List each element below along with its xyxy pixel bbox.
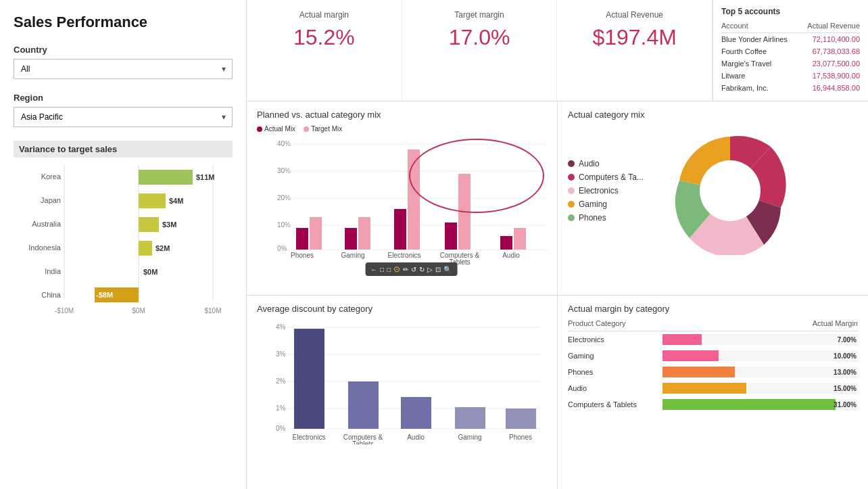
margin-category: Audio xyxy=(568,380,662,396)
svg-rect-62 xyxy=(348,381,379,429)
account-name: Fourth Coffee xyxy=(721,45,798,57)
svg-text:0%: 0% xyxy=(276,425,286,432)
legend-electronics-dot xyxy=(568,187,575,194)
margin-category: Electronics xyxy=(568,331,662,348)
variance-title: Variance to target sales xyxy=(14,141,233,158)
legend-target-mix: Target Mix xyxy=(304,125,342,133)
svg-rect-47 xyxy=(514,228,526,250)
svg-text:Japan: Japan xyxy=(41,196,61,204)
region-select[interactable]: Asia Pacific xyxy=(14,107,233,127)
svg-point-49 xyxy=(700,160,761,221)
svg-text:Tablets: Tablets xyxy=(352,440,374,444)
toolbar-square1[interactable]: □ xyxy=(380,266,384,273)
account-row: Margie's Travel23,077,500.00 xyxy=(721,57,860,70)
actual-revenue-value: $197.4M xyxy=(571,25,698,50)
toolbar-pen[interactable]: ✏ xyxy=(403,266,408,273)
svg-text:$0M: $0M xyxy=(143,268,158,276)
margin-bar-cell: 31.00% xyxy=(662,396,858,413)
main-content: Actual margin 15.2% Target margin 17.0% … xyxy=(247,0,868,489)
svg-rect-43 xyxy=(458,174,471,250)
legend-audio-dot xyxy=(568,160,575,167)
country-select[interactable]: All xyxy=(14,59,233,79)
svg-rect-7 xyxy=(139,193,166,208)
svg-text:$10M: $10M xyxy=(204,307,221,315)
margin-category: Gaming xyxy=(568,348,662,364)
svg-text:Gaming: Gaming xyxy=(458,434,481,441)
legend-phones-dot xyxy=(568,214,575,221)
account-row: Fourth Coffee67,738,033.68 xyxy=(721,45,860,57)
toolbar-back[interactable]: ← xyxy=(370,266,377,273)
margin-row: Electronics 7.00% xyxy=(568,331,858,348)
account-revenue: 23,077,500.00 xyxy=(798,57,860,70)
country-filter[interactable]: All xyxy=(14,59,233,79)
legend-actual-label: Actual Mix xyxy=(264,125,295,133)
svg-text:Audio: Audio xyxy=(502,252,520,259)
svg-text:-$8M: -$8M xyxy=(96,291,113,299)
donut-legend: Audio Computers & Ta... Electronics xyxy=(568,159,649,223)
margin-category: Phones xyxy=(568,364,662,380)
svg-text:$2M: $2M xyxy=(155,244,170,252)
margin-bar-cell: 7.00% xyxy=(662,331,858,348)
legend-target-label: Target Mix xyxy=(311,125,342,133)
donut-chart xyxy=(662,126,798,255)
svg-rect-10 xyxy=(139,217,159,232)
region-filter-label: Region xyxy=(14,93,233,103)
toolbar-grid[interactable]: ⊡ xyxy=(435,266,441,273)
accounts-table: Account Actual Revenue Blue Yonder Airli… xyxy=(721,22,860,94)
legend-gaming: Gaming xyxy=(568,200,649,209)
avg-discount-panel: Average discount by category 4% 3% 2% 1%… xyxy=(247,296,557,489)
legend-computers-label: Computers & Ta... xyxy=(579,172,644,182)
region-filter[interactable]: Asia Pacific xyxy=(14,107,233,127)
legend-gaming-label: Gaming xyxy=(579,200,607,209)
toolbar-square2[interactable]: □ xyxy=(387,266,391,273)
svg-rect-34 xyxy=(310,217,322,250)
toolbar-circle[interactable]: ⊙ xyxy=(393,264,400,274)
sidebar: Sales Performance Country All Region Asi… xyxy=(0,0,247,489)
account-row: Fabrikam, Inc.16,944,858.00 xyxy=(721,82,860,94)
account-name: Blue Yonder Airlines xyxy=(721,33,798,46)
legend-actual-mix: Actual Mix xyxy=(257,125,295,133)
avg-discount-title: Average discount by category xyxy=(257,304,547,314)
charts-area: Planned vs. actual category mix Actual M… xyxy=(247,101,868,489)
svg-text:2%: 2% xyxy=(276,377,286,385)
toolbar-redo[interactable]: ↻ xyxy=(419,266,425,273)
account-name: Litware xyxy=(721,70,798,82)
planned-actual-legend: Actual Mix Target Mix xyxy=(257,125,547,133)
legend-audio-label: Audio xyxy=(579,159,600,168)
svg-text:Audio: Audio xyxy=(407,434,425,441)
planned-actual-chart: 40% 30% 20% 10% 0% Phones xyxy=(257,136,548,264)
legend-audio: Audio xyxy=(568,159,649,168)
svg-text:1%: 1% xyxy=(276,404,286,412)
target-margin-label: Target margin xyxy=(416,10,544,20)
actual-margin-label: Actual margin xyxy=(260,10,388,20)
actual-mix-panel: Actual category mix Audio Computers & Ta… xyxy=(558,101,868,295)
svg-text:Phones: Phones xyxy=(509,434,532,441)
margin-row: Gaming 10.00% xyxy=(568,348,858,364)
toolbar-undo[interactable]: ↺ xyxy=(411,266,416,273)
legend-target-dot xyxy=(304,126,309,132)
margin-bar-cell: 13.00% xyxy=(662,364,858,380)
legend-electronics-label: Electronics xyxy=(579,186,619,195)
legend-computers-dot xyxy=(568,174,575,181)
svg-rect-46 xyxy=(500,236,512,250)
toolbar[interactable]: ← □ □ ⊙ ✏ ↺ ↻ ▷ ⊡ 🔍 xyxy=(365,262,457,276)
svg-rect-40 xyxy=(408,149,420,250)
target-margin-value: 17.0% xyxy=(416,25,544,50)
svg-text:India: India xyxy=(45,267,62,275)
actual-margin-kpi: Actual margin 15.2% xyxy=(247,0,402,101)
margin-bar-cell: 10.00% xyxy=(662,348,858,364)
target-margin-kpi: Target margin 17.0% xyxy=(402,0,558,101)
toolbar-play[interactable]: ▷ xyxy=(427,266,433,273)
page-title: Sales Performance xyxy=(14,14,233,31)
top-accounts-title: Top 5 accounts xyxy=(721,7,860,16)
margin-row: Computers & Tablets 31.00% xyxy=(568,396,858,413)
svg-text:Electronics: Electronics xyxy=(293,434,326,441)
avg-discount-chart: 4% 3% 2% 1% 0% Electronics xyxy=(257,319,541,444)
margin-bar-cell: 15.00% xyxy=(662,380,858,396)
top-accounts-panel: Top 5 accounts Account Actual Revenue Bl… xyxy=(713,0,868,101)
svg-rect-13 xyxy=(139,241,152,256)
svg-rect-42 xyxy=(445,223,457,250)
svg-text:Indonesia: Indonesia xyxy=(28,243,62,252)
legend-phones-label: Phones xyxy=(579,213,606,223)
toolbar-zoom[interactable]: 🔍 xyxy=(443,266,452,273)
